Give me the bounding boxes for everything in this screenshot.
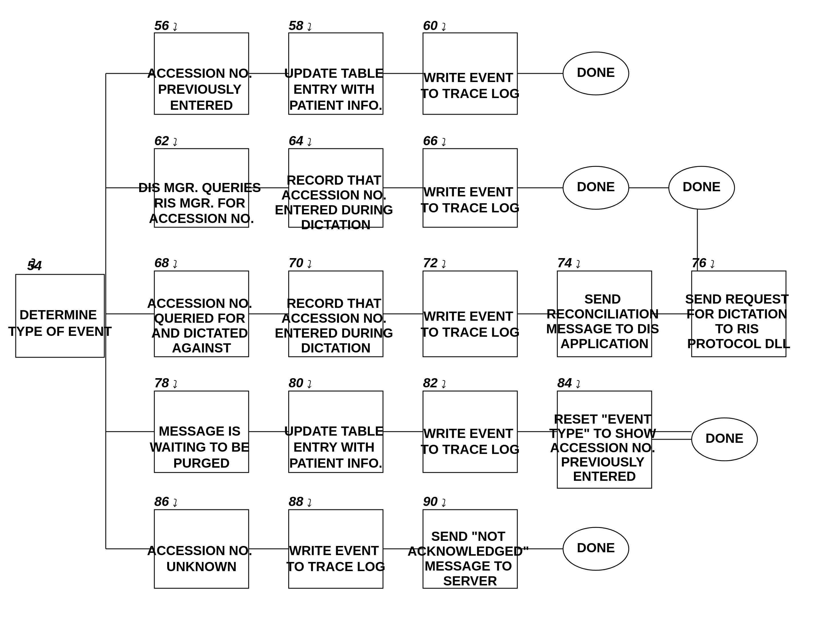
label-90: 90 [423,494,438,509]
label-62: 62 [154,133,169,148]
label-88: 88 [289,494,303,509]
label-84-curve: ⤵ [575,379,580,390]
label-86-curve: ⤵ [172,497,177,509]
text-done-84: DONE [706,431,744,446]
node-76: SEND REQUEST FOR DICTATION TO RIS PROTOC… [685,271,793,357]
text-done-60: DONE [577,65,615,80]
label-78-curve: ⤵ [172,379,177,390]
label-72-curve: ⤵ [440,259,446,270]
label-66: 66 [423,133,438,148]
label-64-curve: ⤵ [306,136,311,148]
text-62: DIS MGR. QUERIES RIS MGR. FOR ACCESSION … [138,180,265,226]
node-78: MESSAGE IS WAITING TO BE PURGED [150,391,253,472]
text-done-66b: DONE [683,179,721,194]
label-58: 58 [289,18,303,33]
node-68: ACCESSION NO. QUERIED FOR AND DICTATED A… [147,271,256,357]
done-66b: DONE [669,166,734,209]
node-90: SEND "NOT ACKNOWLEDGED" MESSAGE TO SERVE… [407,510,533,588]
node-74: SEND RECONCILIATION MESSAGE TO DIS APPLI… [546,271,663,357]
text-done-90: DONE [577,540,615,555]
label-54-curve: ⤵ [28,257,36,271]
node-86: ACCESSION NO. UNKNOWN [147,510,256,588]
node-88: WRITE EVENT TO TRACE LOG [286,510,385,588]
diagram-container: 54 ⤵ DETERMINE TYPE OF EVENT 56 ⤵ ACCESS… [0,0,840,628]
label-84: 84 [557,375,572,390]
label-58-curve: ⤵ [306,21,311,33]
label-68-curve: ⤵ [172,259,177,270]
label-66-curve: ⤵ [440,136,446,148]
text-done-66: DONE [577,179,615,194]
label-70: 70 [289,255,303,270]
label-60: 60 [423,18,438,33]
flowchart-svg: 54 ⤵ DETERMINE TYPE OF EVENT 56 ⤵ ACCESS… [0,0,840,628]
label-82-curve: ⤵ [440,379,446,390]
label-72: 72 [423,255,438,270]
label-76-curve: ⤵ [709,259,715,270]
label-76: 76 [692,255,707,270]
node-62: DIS MGR. QUERIES RIS MGR. FOR ACCESSION … [138,148,265,227]
done-90: DONE [563,527,629,570]
done-60: DONE [563,52,629,95]
label-90-curve: ⤵ [440,497,446,509]
label-56-curve: ⤵ [172,21,177,33]
label-56: 56 [154,18,169,33]
label-88-curve: ⤵ [306,497,311,509]
text-58: UPDATE TABLE ENTRY WITH PATIENT INFO. [284,66,387,113]
label-78: 78 [154,375,169,390]
label-80: 80 [289,375,303,390]
node-54: 54 ⤵ DETERMINE TYPE OF EVENT [8,257,112,357]
node-70: RECORD THAT ACCESSION NO. ENTERED DURING… [275,271,397,357]
node-56: ACCESSION NO. PREVIOUSLY ENTERED [147,33,256,114]
label-60-curve: ⤵ [440,21,446,33]
node-64: RECORD THAT ACCESSION NO. ENTERED DURING… [275,148,397,232]
label-74: 74 [557,255,572,270]
label-74-curve: ⤵ [575,259,580,270]
node-72: WRITE EVENT TO TRACE LOG [421,271,520,357]
node-80: UPDATE TABLE ENTRY WITH PATIENT INFO. [284,391,387,472]
node-60: WRITE EVENT TO TRACE LOG [421,33,520,114]
label-82: 82 [423,375,438,390]
label-86: 86 [154,494,169,509]
node-84: RESET "EVENT TYPE" TO SHOW ACCESSION NO.… [549,391,660,488]
text-80: UPDATE TABLE ENTRY WITH PATIENT INFO. [284,424,387,470]
node-66: WRITE EVENT TO TRACE LOG [421,148,520,227]
done-66: DONE [563,166,629,209]
label-62-curve: ⤵ [172,136,177,148]
label-68: 68 [154,255,169,270]
label-80-curve: ⤵ [306,379,311,390]
label-70-curve: ⤵ [306,259,311,270]
label-64: 64 [289,133,303,148]
node-82: WRITE EVENT TO TRACE LOG [421,391,520,472]
done-84: DONE [692,418,757,461]
node-58: UPDATE TABLE ENTRY WITH PATIENT INFO. [284,33,387,114]
